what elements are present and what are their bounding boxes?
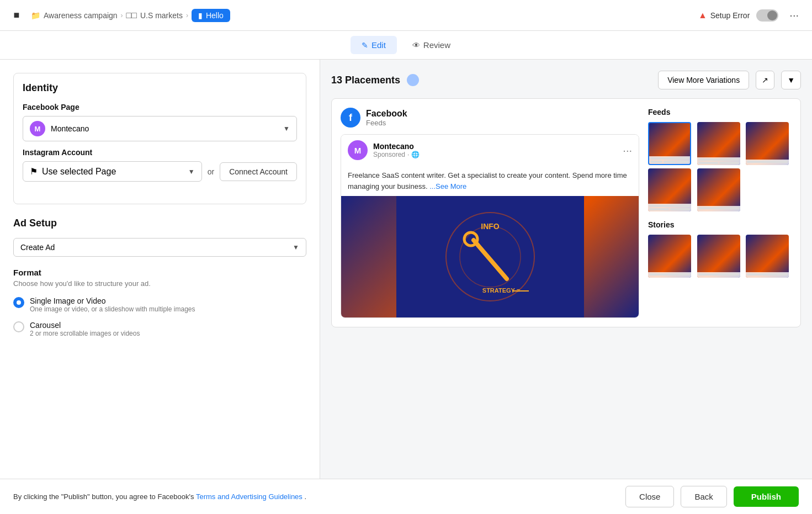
create-ad-value: Create Ad	[20, 243, 55, 252]
radio-single-text: Single Image or Video One image or video…	[30, 296, 195, 313]
radio-single-circle	[13, 297, 24, 308]
thumbnails-panel: Feeds	[648, 108, 792, 318]
expand-icon: ↗	[762, 76, 768, 84]
thumb-feeds-5[interactable]	[697, 168, 740, 211]
identity-card: Identity Facebook Page M Montecano ▼ Ins…	[13, 73, 306, 204]
tab-edit-label: Edit	[371, 40, 386, 50]
breadcrumb: 📁 Awareness campaign › □□ U.S markets › …	[31, 9, 230, 22]
breadcrumb-active-label: Hello	[206, 11, 224, 20]
radio-single-title: Single Image or Video	[30, 296, 195, 305]
instagram-select[interactable]: ⚑ Use selected Page ▼	[23, 161, 202, 182]
sidebar-toggle[interactable]: ■	[9, 8, 24, 23]
thumb-feeds-4[interactable]	[648, 168, 691, 211]
thumb-stories-2[interactable]	[697, 235, 740, 278]
ad-image: INFO STRATEGY =	[341, 196, 639, 317]
bottom-disclaimer: By clicking the "Publish" button, you ag…	[13, 492, 619, 501]
thumb-stories-3[interactable]	[746, 235, 789, 278]
topbar: ■ 📁 Awareness campaign › □□ U.S markets …	[0, 0, 812, 31]
thumb-bar-1	[650, 157, 689, 160]
left-panel: Identity Facebook Page M Montecano ▼ Ins…	[0, 60, 320, 479]
thumb-feeds-1[interactable]	[648, 122, 691, 165]
thumb-bar-5	[698, 207, 739, 209]
preview-main: f Facebook Feeds M Montecano Sponsored	[341, 108, 639, 318]
placements-header: 13 Placements View More Variations ↗ ▼	[331, 71, 801, 89]
breadcrumb-active-item[interactable]: ▮ Hello	[192, 9, 230, 22]
ad-avatar: M	[348, 140, 368, 160]
format-option-carousel[interactable]: Carousel 2 or more scrollable images or …	[13, 321, 306, 337]
error-icon: ▲	[698, 10, 707, 20]
format-label: Format	[13, 268, 306, 277]
breadcrumb-arrow-1: ›	[121, 12, 123, 19]
group-icon: □□	[126, 10, 137, 20]
format-option-single[interactable]: Single Image or Video One image or video…	[13, 296, 306, 313]
breadcrumb-arrow-2: ›	[186, 12, 188, 19]
breadcrumb-group[interactable]: U.S markets	[140, 11, 183, 20]
thumb-stories-1[interactable]	[648, 235, 691, 278]
instagram-label: Instagram Account	[23, 148, 297, 157]
breadcrumb-campaign[interactable]: Awareness campaign	[44, 11, 118, 20]
terms-link[interactable]: Terms and Advertising Guidelines	[196, 492, 302, 501]
thumb-feeds-2[interactable]	[697, 122, 740, 165]
more-button[interactable]: ···	[785, 7, 803, 24]
ad-more-button[interactable]: ···	[623, 144, 632, 157]
tab-review-label: Review	[423, 40, 450, 50]
breadcrumb-group-item: □□ U.S markets	[126, 10, 183, 20]
instagram-chevron: ▼	[188, 168, 195, 176]
facebook-page-chevron: ▼	[283, 125, 290, 133]
folder-icon: 📁	[31, 11, 40, 20]
topbar-right: ▲ Setup Error ···	[698, 7, 803, 24]
thumb-overlay-5	[697, 206, 740, 211]
thumb-overlay-1	[649, 156, 690, 164]
create-ad-chevron: ▼	[293, 243, 299, 251]
sponsored-dot: · 🌐	[407, 151, 420, 158]
sidebar-toggle-icon: ■	[14, 9, 20, 21]
expand-button[interactable]: ↗	[756, 71, 774, 89]
connect-account-button[interactable]: Connect Account	[220, 162, 297, 181]
thumb-overlay-4	[648, 204, 691, 211]
radio-carousel-title: Carousel	[30, 321, 140, 330]
create-ad-select[interactable]: Create Ad ▼	[13, 238, 306, 257]
toggle-switch[interactable]	[756, 9, 778, 22]
radio-single-dot	[17, 300, 21, 305]
format-desc: Choose how you'd like to structure your …	[13, 279, 306, 288]
placements-dot	[407, 74, 419, 86]
tab-review[interactable]: 👁 Review	[401, 36, 461, 54]
back-button[interactable]: Back	[681, 486, 726, 507]
facebook-icon: f	[341, 108, 360, 128]
create-ad-inner: Create Ad	[20, 243, 55, 252]
facebook-page-select[interactable]: M Montecano ▼	[23, 116, 297, 141]
instagram-row: ⚑ Use selected Page ▼ or Connect Account	[23, 161, 297, 182]
platform-info: Facebook Feeds	[366, 109, 407, 127]
tab-edit[interactable]: ✎ Edit	[351, 36, 397, 54]
thumb-stories-overlay-1	[648, 272, 691, 278]
ad-card: M Montecano Sponsored · 🌐 ··· Freelance …	[341, 134, 639, 318]
platform-sub: Feeds	[366, 119, 407, 127]
view-more-button[interactable]: View More Variations	[658, 71, 749, 89]
or-label: or	[208, 167, 214, 176]
instagram-value: Use selected Page	[42, 167, 116, 177]
close-button[interactable]: Close	[625, 486, 674, 507]
ad-sponsored: Sponsored · 🌐	[373, 151, 420, 158]
facebook-page-inner: M Montecano	[30, 121, 89, 136]
see-more-link[interactable]: ...See More	[429, 182, 466, 190]
platform-label: f Facebook Feeds	[341, 108, 639, 128]
main-layout: Identity Facebook Page M Montecano ▼ Ins…	[0, 60, 812, 479]
thumb-bar-row-2	[698, 162, 739, 164]
setup-error-label: Setup Error	[710, 11, 750, 20]
thumb-stories-overlay-2	[697, 272, 740, 278]
thumb-overlay-3	[746, 160, 789, 165]
edit-icon: ✎	[362, 41, 368, 50]
publish-button[interactable]: Publish	[734, 486, 799, 507]
feeds-thumbnails	[648, 122, 792, 211]
thumb-feeds-3[interactable]	[746, 122, 789, 165]
ad-setup-title: Ad Setup	[13, 218, 306, 229]
ad-text: Freelance SaaS content writer. Get a spe…	[341, 166, 639, 196]
collapse-button[interactable]: ▼	[781, 71, 801, 89]
facebook-page-value: Montecano	[51, 124, 89, 133]
thumb-bar-4	[649, 205, 690, 207]
review-icon: 👁	[412, 41, 420, 50]
toggle-knob	[767, 10, 777, 20]
breadcrumb-campaign-item: 📁 Awareness campaign	[31, 11, 118, 20]
setup-error: ▲ Setup Error	[698, 10, 750, 20]
instagram-flag-icon: ⚑	[30, 166, 38, 177]
